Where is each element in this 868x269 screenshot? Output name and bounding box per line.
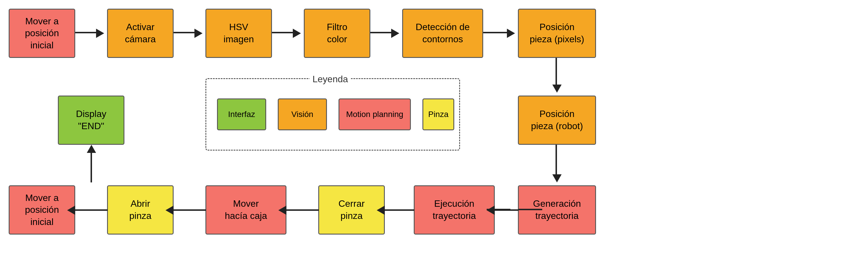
box-hsv-imagen: HSVimagen: [206, 9, 272, 58]
box-abrir-pinza: Abrirpinza: [107, 185, 174, 235]
legend-item-interfaz: Interfaz: [217, 98, 266, 130]
box-deteccion-contornos: Detección decontornos: [402, 9, 483, 58]
box-filtro-color: Filtrocolor: [304, 9, 370, 58]
box-mover-inicial-bottom: Mover aposición inicial: [9, 185, 75, 235]
legend-title: Leyenda: [310, 74, 351, 85]
box-posicion-pieza-robot: Posiciónpieza (robot): [518, 95, 596, 145]
legend-item-pinza: Pinza: [423, 98, 454, 130]
diagram: Mover aposición inicial Activarcámara HS…: [0, 0, 868, 269]
legend-item-vision: Visión: [278, 98, 327, 130]
box-cerrar-pinza: Cerrarpinza: [318, 185, 385, 235]
box-activar-camara: Activarcámara: [107, 9, 174, 58]
box-display-end: Display"END": [58, 95, 124, 145]
box-mover-caja: Moverhacía caja: [206, 185, 286, 235]
box-mover-inicial-top: Mover aposición inicial: [9, 9, 75, 58]
box-ejecucion-trayectoria: Ejecucióntrayectoria: [414, 185, 495, 235]
box-posicion-pieza-pixels: Posiciónpieza (pixels): [518, 9, 596, 58]
legend-item-motion: Motion planning: [339, 98, 411, 130]
